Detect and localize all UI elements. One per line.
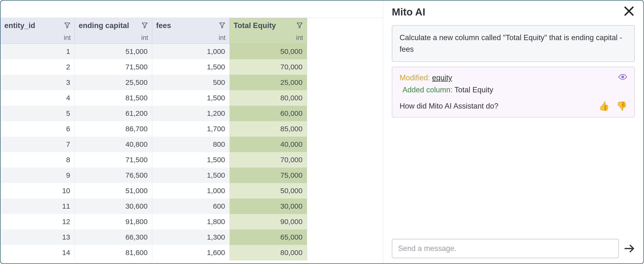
svg-marker-3 — [297, 23, 302, 28]
grid-cell[interactable]: 25,500 — [75, 75, 152, 90]
grid-cell[interactable]: 1,800 — [152, 214, 230, 230]
table-row: 976,5001,50075,000 — [0, 168, 383, 183]
filter-icon[interactable] — [216, 21, 226, 29]
grid-cell[interactable]: 12 — [0, 214, 75, 230]
grid-cell[interactable]: 6 — [0, 121, 75, 137]
table-row: 1481,6001,60080,000 — [0, 245, 383, 260]
column-title: entity_id — [4, 21, 35, 30]
grid-cell[interactable]: 3 — [0, 75, 75, 90]
grid-cell[interactable]: 5 — [0, 106, 75, 121]
grid-cell[interactable]: 85,000 — [230, 121, 307, 137]
spreadsheet-pane: entity_idintending capitalintfeesintTota… — [0, 0, 383, 264]
grid-cell[interactable]: 70,000 — [230, 152, 307, 168]
filter-icon[interactable] — [139, 21, 148, 29]
grid-cell[interactable]: 1,600 — [152, 245, 230, 260]
ai-pane: Mito AI Calculate a new column called "T… — [383, 0, 644, 264]
grid-cell[interactable]: 500 — [152, 75, 230, 90]
grid-cell[interactable]: 40,000 — [230, 137, 307, 152]
table-row: 871,5001,50070,000 — [0, 152, 383, 168]
column-header[interactable]: ending capitalint — [75, 18, 152, 44]
grid-cell[interactable]: 11 — [0, 199, 75, 214]
ai-message-input[interactable] — [392, 239, 619, 258]
grid-cell[interactable]: 4 — [0, 90, 75, 106]
thumbs-down-icon[interactable]: 👎 — [616, 101, 627, 111]
svg-point-6 — [622, 76, 624, 78]
grid-cell[interactable]: 76,500 — [75, 168, 152, 183]
grid-cell[interactable]: 81,600 — [75, 245, 152, 260]
grid-cell[interactable]: 66,300 — [75, 230, 152, 245]
svg-marker-0 — [65, 23, 70, 28]
filter-icon[interactable] — [62, 21, 71, 29]
filter-icon[interactable] — [294, 21, 303, 29]
ai-result-added-row: Added column: Total Equity — [402, 86, 627, 94]
grid-cell[interactable]: 50,000 — [230, 44, 307, 59]
grid-cell[interactable]: 1,500 — [152, 168, 230, 183]
table-row: 1291,8001,80090,000 — [0, 214, 383, 230]
grid-cell[interactable]: 75,000 — [230, 168, 307, 183]
grid-cell[interactable]: 1,200 — [152, 106, 230, 121]
column-header[interactable]: entity_idint — [0, 18, 75, 44]
grid-cell[interactable]: 51,000 — [75, 183, 152, 199]
grid-cell[interactable]: 91,800 — [75, 214, 152, 230]
grid-cell[interactable]: 14 — [0, 245, 75, 260]
table-row: 325,50050025,000 — [0, 75, 383, 90]
grid-cell[interactable]: 800 — [152, 137, 230, 152]
grid-cell[interactable]: 1,000 — [152, 183, 230, 199]
ai-added-label: Added column: — [402, 86, 452, 94]
grid-cell[interactable]: 1,000 — [152, 44, 230, 59]
grid-cell[interactable]: 61,200 — [75, 106, 152, 121]
grid-cell[interactable]: 65,000 — [230, 230, 307, 245]
grid-cell[interactable]: 25,000 — [230, 75, 307, 90]
grid-cell[interactable]: 600 — [152, 199, 230, 214]
table-row: 1051,0001,00050,000 — [0, 183, 383, 199]
ai-added-target: Total Equity — [454, 86, 493, 94]
grid-cell[interactable]: 70,000 — [230, 59, 307, 75]
grid-cell[interactable]: 9 — [0, 168, 75, 183]
grid-cell[interactable]: 71,500 — [75, 59, 152, 75]
ai-feedback-question: How did Mito AI Assistant do? — [400, 102, 498, 110]
column-header[interactable]: Total Equityint — [230, 18, 307, 44]
grid-cell[interactable]: 1 — [0, 44, 75, 59]
grid-cell[interactable]: 60,000 — [230, 106, 307, 121]
send-icon[interactable] — [624, 243, 635, 254]
grid-cell[interactable]: 8 — [0, 152, 75, 168]
table-row: 561,2001,20060,000 — [0, 106, 383, 121]
ai-modified-target[interactable]: equity — [432, 73, 452, 82]
spreadsheet-toolbar — [0, 0, 383, 18]
close-icon[interactable] — [623, 5, 635, 18]
column-header[interactable]: feesint — [152, 18, 230, 44]
grid-cell[interactable]: 50,000 — [230, 183, 307, 199]
column-dtype: int — [156, 34, 226, 41]
grid-cell[interactable]: 1,300 — [152, 230, 230, 245]
grid-cell[interactable]: 10 — [0, 183, 75, 199]
grid-cell[interactable]: 71,500 — [75, 152, 152, 168]
ai-title: Mito AI — [392, 6, 425, 18]
grid-cell[interactable]: 86,700 — [75, 121, 152, 137]
grid-header-row: entity_idintending capitalintfeesintTota… — [0, 18, 383, 44]
svg-marker-1 — [142, 23, 148, 28]
grid-cell[interactable]: 1,500 — [152, 90, 230, 106]
grid-cell[interactable]: 80,000 — [230, 90, 307, 106]
grid-cell[interactable]: 81,500 — [75, 90, 152, 106]
grid-cell[interactable]: 13 — [0, 230, 75, 245]
table-row: 481,5001,50080,000 — [0, 90, 383, 106]
grid-cell[interactable]: 51,000 — [75, 44, 152, 59]
eye-icon[interactable] — [618, 72, 627, 83]
table-row: 1366,3001,30065,000 — [0, 230, 383, 245]
thumbs-up-icon[interactable]: 👍 — [598, 101, 610, 111]
grid-cell[interactable]: 1,700 — [152, 121, 230, 137]
table-row: 740,80080040,000 — [0, 137, 383, 152]
grid-cell[interactable]: 90,000 — [230, 214, 307, 230]
table-row: 1130,60060030,000 — [0, 199, 383, 214]
grid-cell[interactable]: 40,800 — [75, 137, 152, 152]
grid-cell[interactable]: 1,500 — [152, 152, 230, 168]
grid-cell[interactable]: 30,600 — [75, 199, 152, 214]
grid-cell[interactable]: 80,000 — [230, 245, 307, 260]
ai-prompt-card: Calculate a new column called "Total Equ… — [392, 25, 635, 62]
grid-cell[interactable]: 7 — [0, 137, 75, 152]
grid-cell[interactable]: 30,000 — [230, 199, 307, 214]
grid-cell[interactable]: 2 — [0, 59, 75, 75]
grid-cell[interactable]: 1,500 — [152, 59, 230, 75]
svg-marker-2 — [220, 23, 225, 28]
ai-prompt-text: Calculate a new column called "Total Equ… — [400, 33, 622, 53]
